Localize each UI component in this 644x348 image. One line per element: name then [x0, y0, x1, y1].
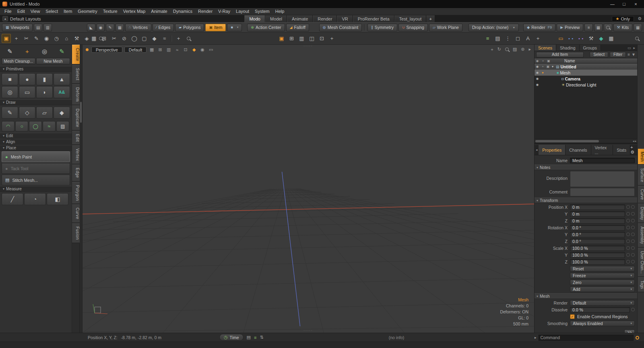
- slab-toggle-icon[interactable]: ▭: [208, 47, 214, 52]
- list-icon[interactable]: ≡: [254, 335, 256, 340]
- swap-icon[interactable]: ⇅: [260, 335, 263, 340]
- pin-layout-icon[interactable]: ▴: [2, 16, 8, 21]
- workspace-tab-model[interactable]: Model: [265, 15, 287, 22]
- gear-icon[interactable]: ⚙: [638, 16, 642, 21]
- cut-tool-button[interactable]: ✂: [22, 34, 31, 43]
- circle-button[interactable]: ◯: [130, 34, 139, 43]
- workspace-tab-test-layout[interactable]: Test_layout: [394, 15, 427, 22]
- scroll-left-icon[interactable]: ◂: [633, 140, 634, 143]
- name-column-header[interactable]: Name: [564, 59, 575, 63]
- menu-system[interactable]: System: [252, 8, 272, 15]
- auto-select-tool-button[interactable]: ▣: [2, 34, 11, 43]
- polygons-mode-button[interactable]: ▰Polygons: [175, 24, 204, 31]
- viewport-3d[interactable]: ····· Perspective Default ▦ ⊞ ▥ ≈ ⊡ ◆ ◉ …: [83, 45, 534, 333]
- purple-spheres-button[interactable]: ● ●: [576, 34, 586, 43]
- ruler-measure-button[interactable]: ╱: [2, 193, 23, 205]
- tab-groups[interactable]: Groups: [580, 45, 601, 51]
- grid-add-button[interactable]: ⊞: [99, 34, 109, 43]
- menu-geometry[interactable]: Geometry: [75, 8, 100, 15]
- pan-icon[interactable]: +: [491, 47, 493, 52]
- close-button[interactable]: ×: [630, 0, 642, 8]
- add-button[interactable]: +: [174, 34, 183, 43]
- history-tool-button[interactable]: ◷: [52, 34, 61, 43]
- rotation-z-field[interactable]: 0.0 °: [570, 239, 625, 244]
- scale-y-field[interactable]: 100.0 %: [570, 252, 625, 258]
- eraser-draw-button[interactable]: ▨: [56, 121, 69, 132]
- filter-button[interactable]: Filter: [610, 52, 626, 58]
- gear-icon[interactable]: ⚙: [630, 150, 634, 154]
- prop-tab-mesh[interactable]: Mesh: [638, 148, 644, 165]
- layout-split-v-button[interactable]: ▥: [43, 24, 52, 31]
- channel-mini-button[interactable]: [626, 253, 630, 257]
- select-lasso-button[interactable]: ◣: [87, 24, 95, 31]
- shade-toggle-icon[interactable]: ▥: [165, 47, 172, 52]
- mesh-section-header[interactable]: ▾Mesh: [535, 293, 637, 299]
- channel-mini-button[interactable]: [626, 219, 630, 222]
- zoom-icon[interactable]: [505, 47, 509, 51]
- viewport-drag-handle[interactable]: ·····: [303, 45, 313, 47]
- mesh-paint-tool[interactable]: ● Mesh Paint: [2, 151, 70, 162]
- capsule-primitive-button[interactable]: ▭: [19, 86, 35, 98]
- scrollbar-thumb[interactable]: [535, 140, 599, 142]
- hemisphere-primitive-button[interactable]: ◗: [36, 86, 53, 98]
- time-button[interactable]: ◷ Time: [219, 334, 244, 341]
- command-input[interactable]: [539, 335, 634, 341]
- layout-grid-button[interactable]: ▦: [634, 24, 642, 31]
- measure-section-header[interactable]: ▾Measure: [0, 186, 72, 192]
- curve-pencil-tool-icon[interactable]: ✎: [54, 46, 70, 57]
- plane-draw-button[interactable]: ◇: [19, 107, 35, 119]
- smoothing-dropdown[interactable]: Always Enabled▾: [570, 321, 635, 326]
- envelope-mini-button[interactable]: [631, 219, 635, 222]
- patch-draw-button[interactable]: ◆: [54, 107, 70, 119]
- effects-icon[interactable]: ⊛: [521, 47, 524, 52]
- viewport-drag-handle[interactable]: ·····: [303, 329, 313, 332]
- grid-snap-button[interactable]: ⊞: [287, 34, 296, 43]
- ghost-toggle-icon[interactable]: ⊡: [182, 47, 189, 52]
- dots-button[interactable]: ⋮: [503, 34, 512, 43]
- menu-file[interactable]: File: [2, 8, 14, 15]
- channel-mini-button[interactable]: [626, 226, 630, 229]
- enable-command-regions-checkbox[interactable]: ✓: [570, 314, 575, 319]
- prop-tab-user-channels[interactable]: User Chan...: [638, 248, 644, 277]
- viewport-menu-icon[interactable]: ▸: [528, 47, 531, 52]
- preview-button[interactable]: ▶Preview: [557, 24, 583, 31]
- item-mode-button[interactable]: ▣Item: [205, 24, 226, 31]
- eye-icon[interactable]: ◉: [535, 83, 540, 86]
- search-button[interactable]: [604, 24, 612, 31]
- add-workspace-tab-button[interactable]: +: [426, 15, 435, 22]
- add-dropdown[interactable]: Add▾: [570, 286, 635, 292]
- tool-tab-deform[interactable]: Deform: [72, 84, 80, 105]
- fx-column-icon[interactable]: ▣: [546, 59, 551, 63]
- circle-draw-button[interactable]: ○: [15, 121, 28, 132]
- edges-mode-button[interactable]: ∕Edges: [153, 24, 174, 31]
- new-mesh-button[interactable]: New Mesh: [36, 58, 70, 64]
- tab-channels[interactable]: Channels: [566, 145, 591, 155]
- rotation-y-field[interactable]: 0.0 °: [570, 232, 625, 237]
- minimize-button[interactable]: —: [607, 0, 618, 8]
- move-tool-button[interactable]: +: [12, 34, 21, 43]
- list-view-button[interactable]: ≡: [584, 24, 593, 31]
- channel-mini-button[interactable]: [626, 260, 630, 264]
- add-pen-tool-icon[interactable]: +: [19, 46, 35, 57]
- place-section-header[interactable]: ▾Place: [0, 145, 72, 151]
- slice-button[interactable]: ⊘: [120, 34, 129, 43]
- stitch-mesh-tool[interactable]: ▤ Stitch Mesh...: [2, 175, 70, 185]
- plus-button[interactable]: +: [533, 34, 543, 43]
- render-dropdown[interactable]: Default▾: [570, 300, 635, 306]
- description-field[interactable]: [570, 171, 635, 187]
- select-button[interactable]: Select: [590, 52, 608, 58]
- find-button[interactable]: [184, 34, 193, 43]
- scale-z-field[interactable]: 100.0 %: [570, 259, 625, 265]
- tree-row-mesh[interactable]: ◉ ● ■ Mesh: [535, 70, 637, 76]
- snapping-button[interactable]: ∪Snapping: [398, 24, 428, 31]
- primitives-section-header[interactable]: ▾Primitives: [0, 66, 72, 72]
- menu-texture[interactable]: Texture: [100, 8, 120, 15]
- channel-column-icon[interactable]: +: [540, 59, 546, 63]
- dissolve-field[interactable]: 0.0 %: [570, 307, 630, 313]
- workspace-tab-modo[interactable]: Modo: [244, 15, 265, 22]
- mesh-cleanup-button[interactable]: Mesh Cleanup...: [2, 58, 35, 64]
- falloff-button[interactable]: ◢Falloff: [286, 24, 309, 31]
- blue-spheres-button[interactable]: ● ●: [566, 34, 576, 43]
- expand-caret-icon[interactable]: ▾: [551, 65, 555, 68]
- scissors-button[interactable]: ✂: [109, 34, 119, 43]
